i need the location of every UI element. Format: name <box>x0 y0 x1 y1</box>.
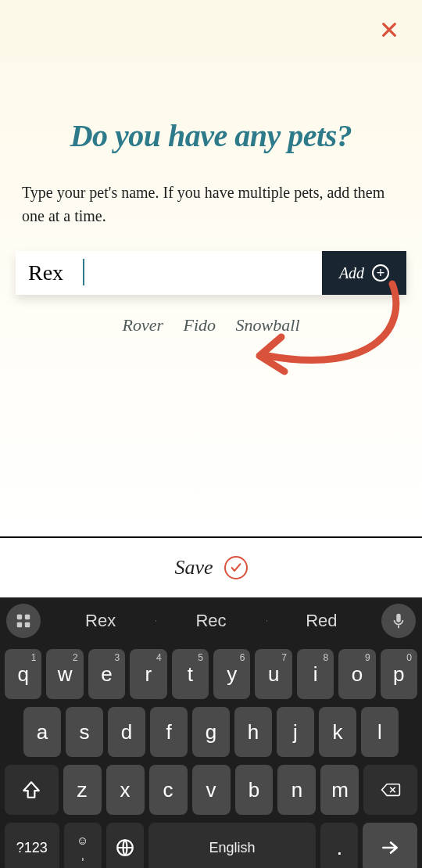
page-subtitle: Type your pet's name. If you have multip… <box>16 181 406 228</box>
key-s[interactable]: s <box>66 707 103 757</box>
close-icon <box>381 21 398 38</box>
key-superscript: 0 <box>406 652 412 663</box>
key-superscript: 4 <box>156 652 162 663</box>
language-key[interactable] <box>106 823 144 868</box>
key-c[interactable]: c <box>149 765 188 815</box>
period-key[interactable]: . <box>320 823 358 868</box>
key-x[interactable]: x <box>106 765 145 815</box>
keyboard-row-2: asdfghjkl <box>5 707 417 757</box>
pet-input-wrap <box>16 251 322 295</box>
svg-rect-1 <box>25 615 30 619</box>
pet-name-input[interactable] <box>16 251 322 295</box>
keyboard-row-1: q1w2e3r4t5y6u7i8o9p0 <box>5 649 417 699</box>
key-superscript: 8 <box>324 652 329 663</box>
key-b[interactable]: b <box>235 765 274 815</box>
key-superscript: 5 <box>198 652 203 663</box>
keyboard-row-4: ?123 ☺ , English . <box>5 823 417 868</box>
pet-input-row: Add + <box>16 251 406 295</box>
key-l[interactable]: l <box>361 707 399 757</box>
key-g[interactable]: g <box>192 707 230 757</box>
key-v[interactable]: v <box>192 765 231 815</box>
key-z[interactable]: z <box>63 765 102 815</box>
key-superscript: 7 <box>281 652 287 663</box>
key-a[interactable]: a <box>23 707 61 757</box>
main-panel: Do you have any pets? Type your pet's na… <box>0 0 422 538</box>
key-h[interactable]: h <box>234 707 272 757</box>
backspace-key[interactable] <box>363 765 417 815</box>
keyboard-prediction[interactable]: Rec <box>156 611 266 631</box>
key-d[interactable]: d <box>108 707 145 757</box>
close-button[interactable] <box>375 16 403 44</box>
backspace-icon <box>381 780 401 800</box>
keyboard-row-3: zxcvbnm <box>5 765 417 815</box>
suggestion-item[interactable]: Fido <box>184 315 216 335</box>
check-circle-icon <box>224 556 248 579</box>
grid-icon <box>15 612 32 629</box>
key-e[interactable]: e3 <box>88 649 125 699</box>
key-f[interactable]: f <box>150 707 188 757</box>
keyboard-suggestion-bar: Rex Rec Red <box>0 597 422 644</box>
text-cursor <box>83 259 84 285</box>
key-superscript: 1 <box>31 652 37 663</box>
arrow-right-icon <box>380 838 400 858</box>
svg-rect-0 <box>17 615 22 619</box>
key-n[interactable]: n <box>277 765 316 815</box>
suggestion-row: Rover Fido Snowball <box>16 315 406 335</box>
svg-rect-2 <box>17 622 22 627</box>
key-y[interactable]: y6 <box>213 649 250 699</box>
shift-key[interactable] <box>5 765 59 815</box>
keyboard-rows: q1w2e3r4t5y6u7i8o9p0 asdfghjkl zxcvbnm ?… <box>0 644 422 868</box>
keyboard-prediction[interactable]: Rex <box>45 611 156 631</box>
svg-rect-4 <box>398 626 399 629</box>
key-o[interactable]: o9 <box>338 649 375 699</box>
suggestion-item[interactable]: Rover <box>123 315 164 335</box>
key-t[interactable]: t5 <box>172 649 209 699</box>
keyboard-mic-button[interactable] <box>381 604 416 638</box>
key-j[interactable]: j <box>277 707 314 757</box>
enter-key[interactable] <box>363 823 417 868</box>
globe-icon <box>115 838 135 858</box>
shift-icon <box>21 780 41 800</box>
emoji-key[interactable]: ☺ , <box>64 823 102 868</box>
key-m[interactable]: m <box>320 765 359 815</box>
keyboard-apps-button[interactable] <box>6 604 41 638</box>
suggestion-item[interactable]: Snowball <box>236 315 300 335</box>
key-superscript: 9 <box>365 652 370 663</box>
emoji-icon: ☺ <box>77 834 88 847</box>
key-w[interactable]: w2 <box>46 649 83 699</box>
page-title: Do you have any pets? <box>16 117 406 154</box>
save-button[interactable]: Save <box>0 538 422 597</box>
add-button-label: Add <box>339 264 364 282</box>
key-u[interactable]: u7 <box>255 649 291 699</box>
add-button[interactable]: Add + <box>322 251 406 295</box>
key-k[interactable]: k <box>319 707 356 757</box>
key-superscript: 6 <box>240 652 245 663</box>
key-superscript: 3 <box>115 652 120 663</box>
symbols-key[interactable]: ?123 <box>5 823 59 868</box>
key-q[interactable]: q1 <box>5 649 41 699</box>
mic-icon <box>390 612 407 629</box>
key-i[interactable]: i8 <box>297 649 334 699</box>
key-superscript: 2 <box>73 652 78 663</box>
key-r[interactable]: r4 <box>130 649 166 699</box>
save-label: Save <box>174 556 213 579</box>
keyboard-prediction[interactable]: Red <box>266 611 377 631</box>
comma-label: , <box>81 848 84 862</box>
soft-keyboard: Rex Rec Red q1w2e3r4t5y6u7i8o9p0 asdfghj… <box>0 597 422 868</box>
space-key[interactable]: English <box>148 823 316 868</box>
plus-circle-icon: + <box>372 264 389 282</box>
key-p[interactable]: p0 <box>381 649 417 699</box>
svg-rect-3 <box>25 622 30 627</box>
